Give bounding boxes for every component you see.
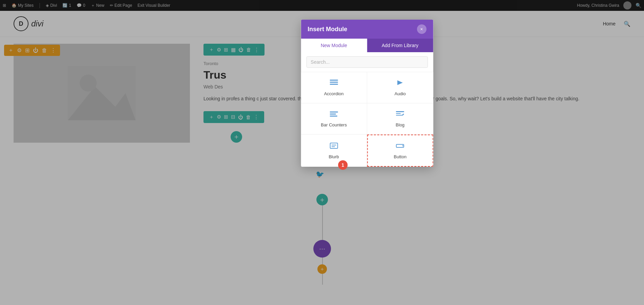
tab-new-module[interactable]: New Module — [301, 39, 367, 52]
tab-add-library[interactable]: Add From Library — [367, 39, 433, 52]
svg-rect-11 — [396, 113, 401, 114]
button-label: Button — [394, 154, 407, 159]
svg-marker-6 — [397, 80, 403, 85]
svg-rect-13 — [330, 143, 337, 148]
insert-module-modal: Insert Module × New Module Add From Libr… — [301, 20, 433, 167]
blog-label: Blog — [396, 122, 405, 127]
button-icon — [395, 142, 405, 151]
module-grid: Accordion Audio Bar Counters — [301, 72, 433, 167]
modal-tabs: New Module Add From Library — [301, 39, 433, 52]
module-blurb[interactable]: Blurb — [301, 135, 367, 167]
svg-rect-5 — [330, 84, 338, 85]
svg-rect-12 — [396, 115, 403, 116]
blurb-label: Blurb — [329, 154, 339, 159]
svg-rect-15 — [331, 146, 335, 147]
step-badge-1: 1 — [338, 160, 348, 170]
svg-rect-14 — [331, 145, 336, 145]
module-audio[interactable]: Audio — [367, 72, 433, 103]
blurb-icon — [329, 142, 338, 151]
svg-rect-10 — [396, 111, 404, 112]
module-blog[interactable]: Blog — [367, 103, 433, 134]
accordion-icon — [329, 79, 338, 88]
module-accordion[interactable]: Accordion — [301, 72, 367, 103]
svg-rect-3 — [330, 80, 338, 81]
svg-rect-8 — [330, 114, 336, 115]
bar-counters-label: Bar Counters — [321, 122, 347, 127]
svg-rect-7 — [330, 111, 338, 113]
search-input[interactable] — [306, 56, 428, 68]
audio-label: Audio — [394, 91, 406, 96]
modal-close-btn[interactable]: × — [417, 24, 426, 34]
svg-rect-4 — [330, 82, 338, 83]
modal-search — [301, 52, 433, 72]
bar-counters-icon — [329, 110, 338, 120]
blog-icon — [395, 110, 405, 120]
modal-header: Insert Module × — [301, 20, 433, 39]
svg-rect-9 — [330, 116, 337, 117]
audio-icon — [395, 79, 405, 88]
module-button[interactable]: Button — [367, 135, 433, 167]
accordion-label: Accordion — [324, 91, 344, 96]
modal-title: Insert Module — [308, 26, 347, 33]
module-bar-counters[interactable]: Bar Counters — [301, 103, 367, 134]
